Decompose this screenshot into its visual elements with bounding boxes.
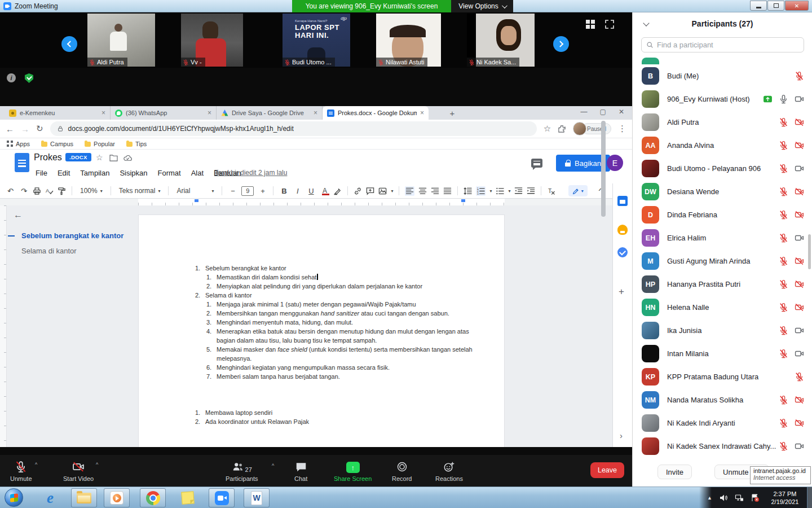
collapse-side-panel-icon[interactable]: ›	[620, 431, 623, 440]
decrease-indent-icon[interactable]	[514, 187, 523, 195]
increase-indent-icon[interactable]	[527, 187, 535, 195]
menu-item[interactable]: Sisipkan	[116, 168, 151, 178]
participant-row[interactable]: Ika Junisia	[633, 319, 812, 342]
minimize-button[interactable]	[750, 1, 767, 11]
tab-close-icon[interactable]: ×	[208, 109, 211, 117]
keep-icon[interactable]	[617, 225, 628, 235]
paint-format-icon[interactable]	[58, 187, 66, 195]
insert-link-icon[interactable]	[354, 187, 362, 195]
participants-button[interactable]: 27 ^ Participants	[226, 458, 258, 482]
browser-tab[interactable]: Drive Saya - Google Drive ×	[217, 106, 323, 120]
participant-row[interactable]: B Budi (Me)	[633, 64, 812, 87]
participants-scrollbar[interactable]	[808, 234, 811, 269]
fullscreen-icon[interactable]	[604, 19, 615, 29]
taskbar-clock[interactable]: 2:37 PM 2/19/2021	[765, 490, 805, 506]
text-color-icon[interactable]: A	[323, 188, 327, 194]
add-comment-icon[interactable]	[366, 187, 374, 195]
bookmark-star-icon[interactable]: ☆	[544, 124, 551, 134]
menu-item[interactable]: Edit	[54, 168, 74, 178]
highlight-icon[interactable]	[333, 187, 342, 195]
browser-menu-icon[interactable]: ⋮	[618, 124, 626, 134]
font-select[interactable]: Arial▾	[174, 187, 216, 195]
zoom-select[interactable]: 100%▾	[78, 187, 105, 195]
align-left-icon[interactable]	[405, 187, 414, 195]
video-thumbnail[interactable]: Aldi Putra	[87, 14, 155, 67]
participant-row[interactable]: M Gusti Agung Mirah Arinda	[633, 249, 812, 273]
browser-maximize-button[interactable]: ▢	[600, 108, 606, 116]
record-button[interactable]: Record	[392, 458, 412, 482]
document-scrollbar[interactable]	[601, 121, 606, 217]
taskbar-sticky-notes[interactable]	[175, 488, 201, 507]
share-screen-button[interactable]: ↑ Share Screen	[334, 458, 372, 482]
video-thumbnail[interactable]: Vv -	[181, 14, 243, 67]
outline-item[interactable]: Selama di kantor	[8, 243, 135, 259]
participant-row[interactable]: DW Desiana Wende	[633, 180, 812, 203]
show-desktop-button[interactable]	[807, 487, 812, 508]
undo-icon[interactable]: ↶	[6, 186, 15, 196]
move-folder-icon[interactable]	[109, 154, 118, 161]
unmute-button[interactable]: ^ Unmute	[10, 458, 32, 482]
video-thumbnail[interactable]: Nilawati Astuti	[376, 14, 441, 67]
align-justify-icon[interactable]	[443, 187, 452, 195]
print-icon[interactable]	[33, 187, 41, 195]
video-thumbnail[interactable]: djp Kenapa Harus Nanti? LAPOR SPT HARI I…	[283, 14, 350, 67]
start-video-button[interactable]: ^ Start Video	[63, 458, 94, 482]
address-bar[interactable]: docs.google.com/document/d/1UH6YEtCfYhpw…	[50, 121, 537, 136]
indent-marker[interactable]	[195, 199, 198, 202]
browser-tab[interactable]: Prokes.docx - Google Dokumen ×	[323, 106, 429, 120]
participant-row[interactable]: AA Ananda Alvina	[633, 134, 812, 157]
align-right-icon[interactable]	[431, 187, 439, 195]
collapse-panel-icon[interactable]	[643, 20, 649, 26]
video-thumbnail[interactable]: Ni Kadek Sa...	[467, 14, 535, 67]
star-document-icon[interactable]: ☆	[96, 153, 103, 162]
participants-options-caret[interactable]: ^	[272, 463, 274, 468]
participant-row[interactable]: Budi Utomo - Pelayanan 906	[633, 157, 812, 180]
participant-search[interactable]	[641, 37, 804, 52]
participant-row[interactable]: EH Elrica Halim	[633, 226, 812, 249]
bookmark-item[interactable]: Popular	[85, 141, 115, 147]
view-options-button[interactable]: View Options	[451, 0, 513, 12]
video-options-caret[interactable]: ^	[96, 462, 98, 467]
taskbar-chrome[interactable]	[140, 488, 166, 507]
extension-puzzle-icon[interactable]	[558, 125, 566, 133]
network-icon[interactable]	[735, 493, 744, 502]
browser-close-button[interactable]: ✕	[619, 108, 624, 116]
participant-row[interactable]: Ni Kadek Indi Aryanti	[633, 411, 812, 435]
tab-close-icon[interactable]: ×	[314, 109, 317, 117]
last-edited-link[interactable]: Terakhir diedit 2 jam lalu	[214, 169, 287, 177]
align-center-icon[interactable]	[418, 187, 427, 195]
underline-icon[interactable]: U	[306, 186, 316, 196]
close-button[interactable]: ✕	[785, 1, 809, 11]
outline-item[interactable]: Sebelum berangkat ke kantor	[8, 228, 135, 243]
participant-row[interactable]: Intan Milania	[633, 342, 812, 365]
spellcheck-icon[interactable]: A	[45, 187, 54, 195]
browser-minimize-button[interactable]: —	[581, 108, 588, 116]
menu-item[interactable]: File	[32, 168, 51, 178]
participant-row[interactable]: HP Hananya Prastita Putri	[633, 273, 812, 296]
indent-marker[interactable]	[461, 199, 465, 202]
meeting-info-icon[interactable]: i	[7, 73, 16, 82]
tray-expand-icon[interactable]: ▲	[707, 495, 712, 501]
numbered-list-icon[interactable]: 1.2.3.	[476, 187, 485, 195]
decrease-font-size-icon[interactable]: −	[228, 186, 237, 196]
taskbar-media-player[interactable]	[104, 488, 130, 507]
leave-button[interactable]: Leave	[590, 462, 624, 478]
gallery-view-icon[interactable]	[585, 19, 595, 29]
refresh-icon[interactable]: ↻	[36, 124, 43, 134]
back-icon[interactable]: ←	[6, 124, 14, 134]
next-videos-button[interactable]	[553, 36, 569, 52]
redo-icon[interactable]: ↷	[19, 186, 29, 196]
previous-videos-button[interactable]	[61, 36, 77, 52]
cloud-status-icon[interactable]	[123, 154, 132, 161]
tab-close-icon[interactable]: ×	[420, 109, 424, 117]
tab-close-icon[interactable]: ×	[102, 109, 105, 117]
open-comments-icon[interactable]	[531, 159, 542, 168]
font-size-field[interactable]: 9	[241, 186, 254, 196]
search-input[interactable]	[657, 41, 799, 49]
forward-icon[interactable]: →	[21, 124, 29, 134]
bookmark-item[interactable]: Apps	[7, 141, 30, 147]
taskbar-file-explorer[interactable]	[71, 488, 97, 507]
taskbar-internet-explorer[interactable]: e	[37, 488, 63, 507]
document-title[interactable]: Prokes	[34, 152, 62, 163]
maximize-button[interactable]	[767, 1, 784, 11]
